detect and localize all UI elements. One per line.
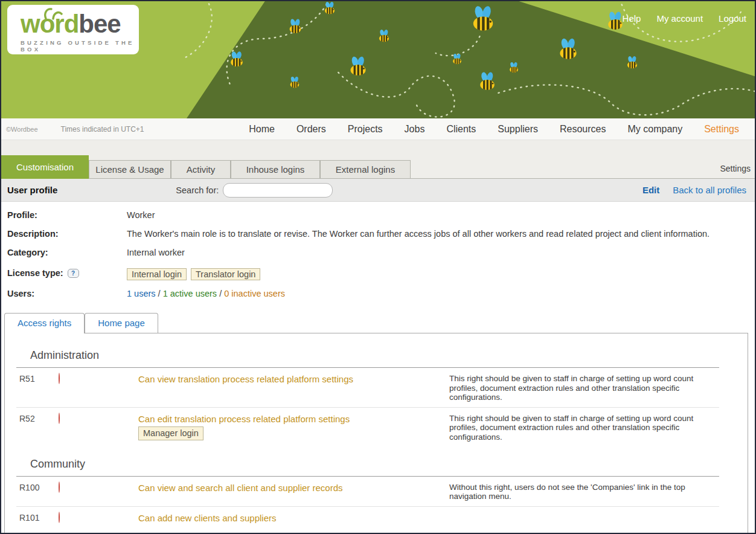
bee-icon bbox=[467, 5, 499, 31]
license-badge: Internal login bbox=[127, 268, 187, 280]
search-label: Search for: bbox=[176, 185, 219, 195]
right-code: R101 bbox=[19, 512, 59, 530]
tab-inhouse-logins[interactable]: Inhouse logins bbox=[231, 160, 320, 178]
license-badge: Translator login bbox=[191, 268, 260, 280]
nav-item-projects[interactable]: Projects bbox=[348, 124, 383, 135]
users-row: Users: 1 users / 1 active users / 0 inac… bbox=[1, 287, 755, 306]
bee-icon bbox=[624, 56, 640, 69]
access-right-row-r100: R100 Can view and search all client and … bbox=[5, 477, 748, 507]
nav-item-resources[interactable]: Resources bbox=[560, 124, 606, 135]
nav-item-clients[interactable]: Clients bbox=[446, 124, 476, 135]
description-value: The Worker's main role is to translate o… bbox=[127, 227, 755, 239]
separator: / bbox=[158, 289, 161, 298]
bee-icon bbox=[476, 71, 499, 91]
bee-icon bbox=[555, 37, 581, 60]
profile-row: Profile: Worker bbox=[1, 208, 755, 227]
right-label-link[interactable]: Can view translation process related pla… bbox=[138, 373, 449, 402]
logo-antennae-icon bbox=[42, 7, 63, 20]
right-status bbox=[59, 373, 138, 402]
nav-item-jobs[interactable]: Jobs bbox=[405, 124, 425, 135]
profile-sub-tabs: Access rights Home page bbox=[1, 312, 755, 333]
page-title: User profile bbox=[7, 185, 57, 195]
bee-icon bbox=[227, 51, 246, 67]
tab-home-page[interactable]: Home page bbox=[85, 313, 158, 333]
right-status bbox=[59, 482, 138, 501]
manager-login-badge: Manager login bbox=[138, 426, 203, 440]
right-code: R100 bbox=[19, 482, 59, 501]
right-code: R52 bbox=[19, 413, 59, 445]
access-right-row-r52: R52 Can edit translation process related… bbox=[5, 408, 748, 451]
tab-access-rights[interactable]: Access rights bbox=[4, 313, 85, 333]
status-denied-icon bbox=[59, 481, 60, 493]
right-status bbox=[59, 512, 138, 530]
category-value: Internal worker bbox=[127, 246, 755, 257]
status-denied-icon bbox=[59, 413, 60, 424]
nav-item-home[interactable]: Home bbox=[249, 124, 275, 135]
help-icon[interactable]: ? bbox=[68, 269, 79, 278]
nav-item-suppliers[interactable]: Suppliers bbox=[498, 124, 538, 135]
tab-customisation[interactable]: Customisation bbox=[1, 155, 89, 179]
main-menu: Home Orders Projects Jobs Clients Suppli… bbox=[249, 124, 739, 135]
tab-activity[interactable]: Activity bbox=[171, 160, 231, 178]
bee-icon bbox=[376, 29, 392, 42]
separator: / bbox=[219, 289, 222, 298]
wordbee-settings-page: wordbee BUZZING OUTSIDE THE BOX Help My … bbox=[0, 0, 756, 534]
users-counts: 1 users / 1 active users / 0 inactive us… bbox=[127, 287, 755, 298]
search-input[interactable] bbox=[223, 183, 333, 198]
timezone-note: Times indicated in UTC+1 bbox=[61, 125, 144, 134]
description-label: Description: bbox=[7, 227, 127, 239]
nav-item-settings[interactable]: Settings bbox=[704, 124, 739, 135]
access-rights-panel: Administration R51 Can view translation … bbox=[4, 333, 748, 533]
my-account-link[interactable]: My account bbox=[656, 13, 703, 24]
bee-icon bbox=[346, 56, 370, 76]
profile-label: Profile: bbox=[7, 208, 127, 220]
user-profile-toolbar: User profile Search for: Edit Back to al… bbox=[1, 179, 755, 202]
right-description bbox=[449, 512, 720, 530]
right-code: R51 bbox=[19, 373, 59, 402]
section-title-administration: Administration bbox=[30, 349, 719, 362]
wordbee-logo: wordbee BUZZING OUTSIDE THE BOX bbox=[7, 5, 139, 54]
edit-button[interactable]: Edit bbox=[642, 185, 659, 195]
bee-icon bbox=[287, 76, 302, 88]
bee-icon bbox=[450, 53, 464, 65]
users-inactive-link[interactable]: 0 inactive users bbox=[224, 289, 285, 298]
right-description: This right should be given to staff in c… bbox=[449, 373, 720, 402]
right-label-link[interactable]: Can add new clients and suppliers bbox=[138, 512, 449, 530]
right-label-link[interactable]: Can view and search all client and suppl… bbox=[138, 482, 449, 501]
breadcrumb: Settings bbox=[720, 164, 751, 173]
bee-icon bbox=[286, 18, 304, 34]
bee-icon bbox=[322, 1, 338, 14]
copyright-text: ©Wordbee bbox=[6, 126, 38, 133]
users-label: Users: bbox=[7, 287, 127, 298]
license-badges: Internal loginTranslator login bbox=[127, 266, 755, 280]
category-label: Category: bbox=[7, 246, 127, 257]
license-type-row: License type:? Internal loginTranslator … bbox=[1, 266, 755, 287]
users-active-link[interactable]: 1 active users bbox=[163, 289, 217, 298]
right-label-link[interactable]: Can edit translation process related pla… bbox=[138, 413, 449, 445]
nav-item-orders[interactable]: Orders bbox=[296, 124, 326, 135]
settings-tab-strip: Customisation License & Usage Activity I… bbox=[1, 140, 755, 179]
category-row: Category: Internal worker bbox=[1, 246, 755, 266]
status-denied-icon bbox=[59, 373, 60, 384]
top-navigation-bar: ©Wordbee Times indicated in UTC+1 Home O… bbox=[1, 118, 755, 140]
section-title-community: Community bbox=[30, 458, 719, 471]
logout-link[interactable]: Logout bbox=[719, 13, 746, 24]
tab-external-logins[interactable]: External logins bbox=[320, 160, 411, 178]
toolbar-actions: Edit Back to all profiles bbox=[642, 185, 755, 195]
right-description: Without this right, users do not see the… bbox=[449, 482, 720, 501]
access-right-row-r101: R101 Can add new clients and suppliers bbox=[5, 507, 748, 533]
account-links: Help My account Logout bbox=[623, 13, 746, 24]
profile-details: Profile: Worker Description: The Worker'… bbox=[1, 202, 755, 312]
bee-icon bbox=[507, 62, 521, 73]
logo-text-bee: bee bbox=[78, 10, 120, 38]
tab-license-usage[interactable]: License & Usage bbox=[89, 160, 171, 178]
nav-item-my-company[interactable]: My company bbox=[627, 124, 682, 135]
users-total-link[interactable]: 1 users bbox=[127, 289, 156, 298]
help-link[interactable]: Help bbox=[623, 13, 641, 24]
description-row: Description: The Worker's main role is t… bbox=[1, 227, 755, 246]
back-to-all-profiles-link[interactable]: Back to all profiles bbox=[673, 185, 746, 195]
right-status bbox=[59, 413, 138, 445]
right-description: This right should be given to staff in c… bbox=[449, 413, 720, 445]
header-banner: wordbee BUZZING OUTSIDE THE BOX Help My … bbox=[1, 1, 755, 118]
license-type-label: License type:? bbox=[7, 266, 127, 278]
